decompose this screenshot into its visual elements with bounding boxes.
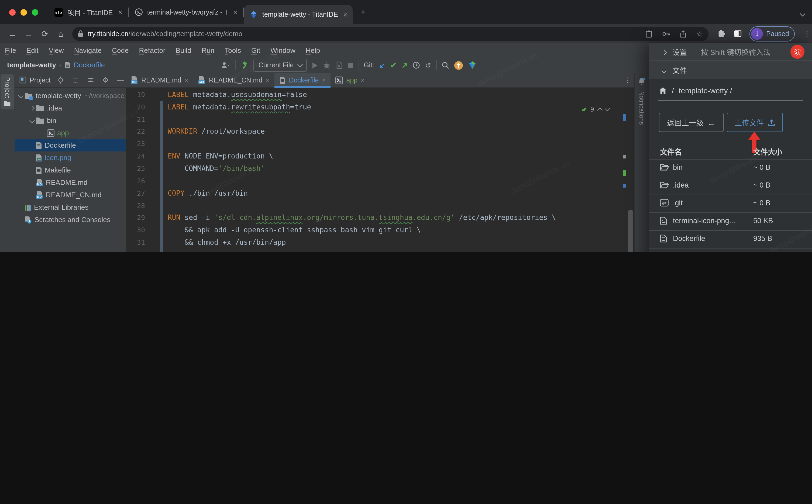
history-clock-icon[interactable]	[413, 61, 420, 69]
stripe-project-button[interactable]: Project	[1, 74, 14, 110]
drawer-breadcrumb-path[interactable]: template-wetty /	[679, 86, 732, 95]
editor-tab-readme.md[interactable]: MDREADME.md×	[126, 73, 193, 87]
code-line-26[interactable]: 26	[126, 175, 634, 187]
close-tab-icon[interactable]: ×	[266, 76, 269, 84]
code-line-24[interactable]: 24ENV NODE_ENV=production \	[126, 150, 634, 162]
browser-tab[interactable]: template-wetty - TitanIDE×	[245, 5, 353, 24]
side-panel-icon[interactable]	[734, 30, 742, 38]
collapse-all-icon[interactable]	[87, 77, 94, 84]
tree-item-app[interactable]: app	[15, 127, 126, 139]
close-tab-icon[interactable]: ×	[118, 8, 122, 16]
build-hammer-icon[interactable]	[241, 61, 249, 69]
expand-all-icon[interactable]	[72, 77, 79, 84]
extensions-puzzle-icon[interactable]	[717, 30, 725, 38]
code-line-23[interactable]: 23	[126, 138, 634, 150]
url-bar[interactable]: try.titanide.cn/ide/web/coding/template-…	[72, 27, 708, 41]
menu-refactor[interactable]: Refactor	[139, 46, 165, 54]
code-line-29[interactable]: 29RUN sed -i 's/dl-cdn.alpinelinux.org/m…	[126, 212, 634, 224]
menu-file[interactable]: File	[5, 46, 16, 54]
notifications-bell-icon[interactable]	[637, 77, 646, 86]
close-tab-icon[interactable]: ×	[233, 8, 238, 16]
breadcrumb[interactable]: template-wetty › Dockerfile	[7, 61, 105, 69]
menu-navigate[interactable]: Navigate	[74, 46, 102, 54]
tree-item-external-libraries[interactable]: External Libraries	[15, 201, 126, 213]
settings-label[interactable]: 设置	[672, 46, 687, 57]
menu-view[interactable]: View	[49, 46, 64, 54]
git-commit-check-icon[interactable]: ✔	[390, 61, 397, 69]
menu-run[interactable]: Run	[202, 46, 215, 54]
drawer-breadcrumb[interactable]: / template-wetty /	[659, 86, 812, 95]
notifications-label[interactable]: Notifications	[638, 91, 645, 125]
bookmark-star-icon[interactable]: ☆	[696, 29, 703, 38]
browser-menu-kebab-icon[interactable]: ⋮	[804, 30, 811, 38]
chevron-down-icon[interactable]	[17, 94, 24, 98]
search-icon[interactable]	[442, 61, 449, 69]
file-row-dockerfile[interactable]: Dockerfile935 B	[649, 230, 812, 248]
git-push-icon[interactable]: ↗	[401, 61, 408, 69]
tree-item-scratches-and-consoles[interactable]: Scratches and Consoles	[15, 213, 126, 226]
breadcrumb-file[interactable]: Dockerfile	[74, 61, 105, 69]
file-row--idea[interactable]: .idea~ 0 B	[649, 177, 812, 195]
code-area[interactable]: ✔✔ 9 19LABEL metadata.usesubdomain=false…	[126, 88, 634, 252]
file-row-readme-md[interactable]: README.md9 KB	[649, 248, 812, 252]
run-play-icon[interactable]	[311, 62, 318, 69]
editor-tab-app[interactable]: app×	[331, 73, 370, 87]
chevron-down-icon[interactable]	[801, 8, 804, 18]
run-coverage-icon[interactable]	[335, 61, 343, 69]
editor-tab-dockerfile[interactable]: Dockerfile×	[274, 73, 331, 87]
run-config-dropdown[interactable]: Current File	[254, 59, 307, 72]
settings-section-header[interactable]: 设置 按 Shift 键切换输入法 演	[649, 43, 812, 60]
clipboard-icon[interactable]	[646, 30, 653, 37]
editor-tab-readme_cn.md[interactable]: MDREADME_CN.md×	[193, 73, 274, 87]
tree-item-template-wetty[interactable]: template-wetty~/workspace	[15, 89, 126, 102]
hide-panel-icon[interactable]: —	[117, 76, 124, 84]
user-dropdown-icon[interactable]	[221, 61, 230, 69]
file-row--git[interactable]: git.git~ 0 B	[649, 195, 812, 212]
files-label[interactable]: 文件	[672, 65, 687, 75]
debug-bug-icon[interactable]	[323, 61, 330, 69]
prev-problem-icon[interactable]	[597, 108, 603, 113]
code-line-28[interactable]: 28	[126, 199, 634, 212]
code-line-27[interactable]: 27COPY ./bin /usr/bin	[126, 187, 634, 199]
settings-gear-icon[interactable]: ⚙	[102, 76, 109, 84]
menu-git[interactable]: Git	[251, 46, 260, 54]
home-icon[interactable]	[659, 87, 667, 94]
code-line-21[interactable]: 21	[126, 113, 634, 125]
upgrade-orange-icon[interactable]	[454, 61, 463, 70]
browser-tab[interactable]: terminal-wetty-bwqryafz - Tita×	[129, 3, 243, 21]
share-icon[interactable]	[680, 30, 687, 37]
tab-options-kebab-icon[interactable]: ⋮	[624, 76, 631, 84]
close-tab-icon[interactable]: ×	[322, 76, 326, 84]
reload-icon[interactable]: ⟳	[37, 29, 53, 39]
menu-edit[interactable]: Edit	[26, 46, 39, 54]
code-line-20[interactable]: 20LABEL metadata.rewritesubpath=true	[126, 101, 634, 113]
tree-item-icon-png[interactable]: icon.png	[15, 151, 126, 164]
code-line-30[interactable]: 30 && apk add -U openssh-client sshpass …	[126, 224, 634, 236]
menu-window[interactable]: Window	[270, 46, 295, 54]
tree-item-readme-md[interactable]: MDREADME.md	[15, 176, 126, 189]
project-panel-title[interactable]: Project	[30, 76, 51, 84]
menu-build[interactable]: Build	[176, 46, 191, 54]
demo-badge[interactable]: 演	[790, 45, 804, 59]
close-tab-icon[interactable]: ×	[343, 11, 347, 19]
browser-tab[interactable]: <t>项目 - TitanIDE×	[49, 3, 128, 21]
home-icon[interactable]: ⌂	[53, 29, 69, 38]
tree-item-makefile[interactable]: Makefile	[15, 164, 126, 176]
file-row-bin[interactable]: bin~ 0 B	[649, 159, 812, 177]
menu-tools[interactable]: Tools	[225, 46, 241, 54]
code-line-22[interactable]: 22WORKDIR /root/workspace	[126, 125, 634, 138]
minimize-window-icon[interactable]	[20, 9, 27, 15]
close-tab-icon[interactable]: ×	[185, 76, 188, 84]
go-up-button[interactable]: 返回上一级 ←	[659, 113, 724, 132]
menu-help[interactable]: Help	[306, 46, 320, 54]
close-tab-icon[interactable]: ×	[361, 76, 364, 84]
git-update-icon[interactable]: ↙	[379, 61, 385, 69]
maximize-window-icon[interactable]	[32, 9, 38, 15]
menu-code[interactable]: Code	[112, 46, 129, 54]
tree-item-readme-cn-md[interactable]: MDREADME_CN.md	[15, 189, 126, 201]
tree-item-dockerfile[interactable]: Dockerfile	[15, 139, 126, 151]
new-tab-button[interactable]: +	[360, 7, 366, 18]
rollback-icon[interactable]: ↺	[425, 61, 431, 69]
chevron-right-icon[interactable]	[28, 106, 36, 110]
macos-window-controls[interactable]	[9, 9, 38, 15]
